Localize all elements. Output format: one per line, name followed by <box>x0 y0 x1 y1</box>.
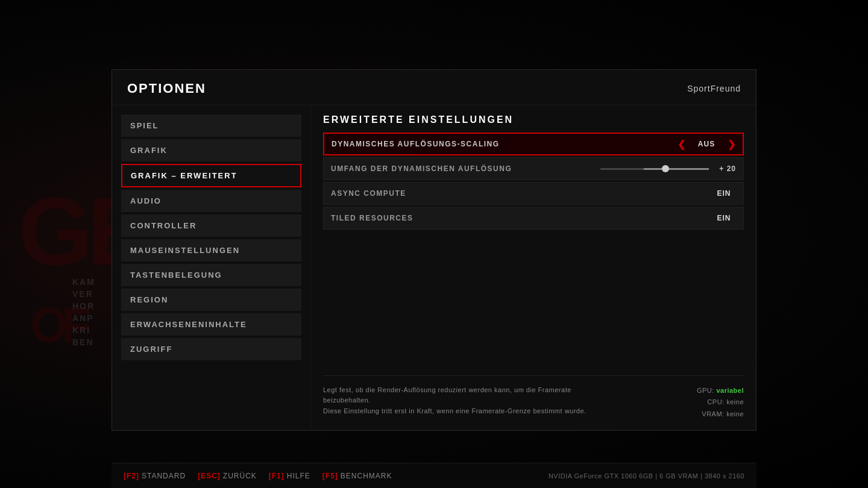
tiled-resources-value: EIN <box>712 214 736 222</box>
username: SportFreund <box>687 84 741 93</box>
hotkey-f1-key: [F1] <box>269 472 285 480</box>
hotkey-esc-key: [ESC] <box>198 472 221 480</box>
sidebar-item-tastenbelegung[interactable]: TASTENBELEGUNG <box>121 264 301 286</box>
sidebar-item-mauseinstellungen[interactable]: MAUSEINSTELLUNGEN <box>121 239 301 261</box>
gpu-info: GPU: variabel CPU: keine VRAM: keine <box>697 385 744 421</box>
hotkey-esc-label: ZURÜCK <box>223 472 257 480</box>
dynamic-scaling-arrow-left[interactable]: ❮ <box>678 139 685 150</box>
setting-row-async-compute[interactable]: ASYNC COMPUTE EIN <box>323 182 744 205</box>
dynamic-scaling-label: DYNAMISCHES AUFLÖSUNGS-SCALING <box>332 140 678 148</box>
tiled-resources-control: EIN <box>712 214 736 222</box>
gpu-info-gpu: GPU: variabel <box>697 385 744 397</box>
gpu-label: GPU: <box>697 387 716 394</box>
hotkey-f2-key: [F2] <box>124 472 139 480</box>
panel-body: SPIEL GRAFIK GRAFIK – ERWEITERT AUDIO CO… <box>112 105 756 430</box>
vram-value: keine <box>726 410 744 418</box>
bg-menu-item: ANP <box>72 313 95 323</box>
bottom-bar: [F2] STANDARD [ESC] ZURÜCK [F1] HILFE [F… <box>112 463 756 488</box>
hotkey-f1[interactable]: [F1] HILFE <box>269 472 310 480</box>
async-compute-label: ASYNC COMPUTE <box>331 189 712 198</box>
sidebar-item-spiel[interactable]: SPIEL <box>121 114 301 137</box>
description-line2: beizubehalten. <box>323 396 371 404</box>
panel-header: OPTIONEN SportFreund <box>112 70 756 105</box>
dynamic-scaling-value: AUS <box>694 140 719 148</box>
dynamic-resolution-value: + 20 <box>715 164 736 173</box>
sidebar: SPIEL GRAFIK GRAFIK – ERWEITERT AUDIO CO… <box>112 105 311 430</box>
hotkeys: [F2] STANDARD [ESC] ZURÜCK [F1] HILFE [F… <box>124 472 392 480</box>
bg-menu-item: KRI <box>72 325 95 335</box>
sidebar-item-grafik-erweitert[interactable]: GRAFIK – ERWEITERT <box>121 164 301 187</box>
sidebar-item-audio[interactable]: AUDIO <box>121 190 301 212</box>
content-area: ERWEITERTE EINSTELLUNGEN DYNAMISCHES AUF… <box>311 105 756 430</box>
panel-title: OPTIONEN <box>127 81 206 96</box>
sidebar-item-erwachseneninhalte[interactable]: ERWACHSENENINHALTE <box>121 313 301 336</box>
hotkey-f1-label: HILFE <box>287 472 310 480</box>
description-text: Legt fest, ob die Render-Auflösung reduz… <box>323 385 673 421</box>
description-line3: Diese Einstellung tritt erst in Kraft, w… <box>323 407 587 414</box>
dynamic-scaling-control: ❮ AUS ❯ <box>678 139 735 150</box>
slider-fill <box>644 168 709 170</box>
gpu-info-vram: VRAM: keine <box>697 408 744 421</box>
async-compute-value: EIN <box>712 189 736 198</box>
background-menu: KAM VER HOR ANP KRI BEN <box>72 277 95 347</box>
dynamic-resolution-label: UMFANG DER DYNAMISCHEN AUFLÖSUNG <box>331 164 600 173</box>
hotkey-f2-label: STANDARD <box>142 472 186 480</box>
hotkey-f5-key: [F5] <box>322 472 338 480</box>
sidebar-item-region[interactable]: REGION <box>121 289 301 311</box>
bg-menu-item: VER <box>72 289 95 299</box>
hotkey-f5[interactable]: [F5] BENCHMARK <box>322 472 392 480</box>
async-compute-control: EIN <box>712 189 736 198</box>
system-info: NVIDIA GeForce GTX 1060 6GB | 6 GB VRAM … <box>549 472 744 480</box>
vram-label: VRAM: <box>702 410 726 418</box>
cpu-value: keine <box>726 398 744 405</box>
setting-row-tiled-resources[interactable]: TILED RESOURCES EIN <box>323 207 744 230</box>
bg-menu-item: KAM <box>72 277 95 287</box>
sidebar-item-grafik[interactable]: GRAFIK <box>121 139 301 161</box>
bg-menu-item: HOR <box>72 301 95 311</box>
sidebar-item-zugriff[interactable]: ZUGRIFF <box>121 338 301 360</box>
dynamic-resolution-slider-container: + 20 <box>600 164 736 173</box>
description-area: Legt fest, ob die Render-Auflösung reduz… <box>323 375 744 421</box>
setting-row-dynamic-scaling[interactable]: DYNAMISCHES AUFLÖSUNGS-SCALING ❮ AUS ❯ <box>323 133 744 155</box>
dynamic-scaling-arrow-right[interactable]: ❯ <box>728 139 735 150</box>
bg-menu-item: BEN <box>72 337 95 347</box>
gpu-info-cpu: CPU: keine <box>697 396 744 408</box>
content-title: ERWEITERTE EINSTELLUNGEN <box>323 114 744 125</box>
slider-thumb <box>662 165 669 172</box>
description-line1: Legt fest, ob die Render-Auflösung reduz… <box>323 386 571 393</box>
cpu-label: CPU: <box>707 398 726 405</box>
dynamic-resolution-slider-track[interactable] <box>600 168 709 170</box>
setting-row-dynamic-resolution[interactable]: UMFANG DER DYNAMISCHEN AUFLÖSUNG + 20 <box>323 157 744 180</box>
hotkey-esc[interactable]: [ESC] ZURÜCK <box>198 472 257 480</box>
hotkey-f5-label: BENCHMARK <box>341 472 392 480</box>
gpu-value: variabel <box>716 387 744 394</box>
tiled-resources-label: TILED RESOURCES <box>331 214 712 222</box>
hotkey-f2[interactable]: [F2] STANDARD <box>124 472 186 480</box>
sidebar-item-controller[interactable]: CONTROLLER <box>121 214 301 237</box>
options-panel: OPTIONEN SportFreund SPIEL GRAFIK GRAFIK… <box>112 69 756 431</box>
